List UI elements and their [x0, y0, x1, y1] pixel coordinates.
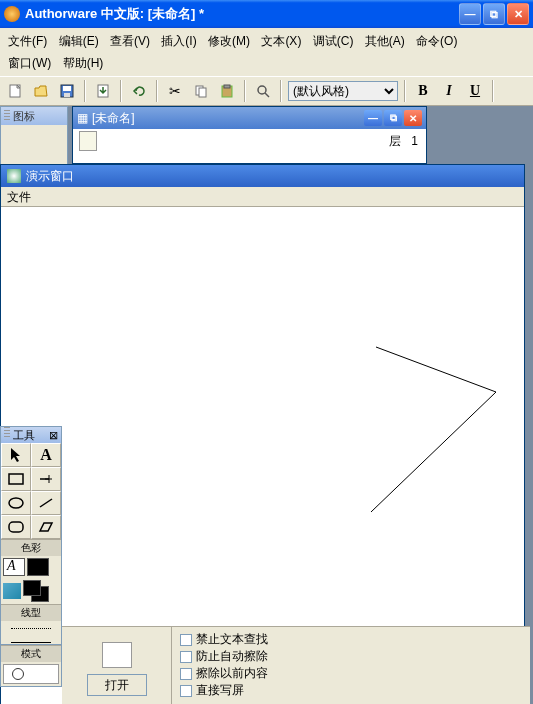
icon-palette-title[interactable]: 图标 [1, 107, 67, 125]
menu-text[interactable]: 文本(X) [257, 30, 305, 52]
text-tool[interactable]: A [31, 443, 61, 467]
tools-close-icon[interactable]: ⊠ [49, 429, 58, 442]
checkbox[interactable] [180, 651, 192, 663]
menu-edit[interactable]: 编辑(E) [55, 30, 103, 52]
presentation-title-text: 演示窗口 [26, 168, 74, 185]
maximize-button[interactable]: ⧉ [483, 3, 505, 25]
svg-line-18 [40, 499, 52, 507]
open-icon[interactable] [30, 80, 52, 102]
open-button[interactable]: 打开 [87, 674, 147, 696]
properties-options: 禁止文本查找 防止自动擦除 擦除以前内容 直接写屏 [172, 627, 276, 704]
line-style-dotted[interactable] [1, 621, 61, 635]
new-file-icon[interactable] [4, 80, 26, 102]
design-window: ▦ [未命名] — ⧉ ✕ 层 1 [72, 106, 427, 164]
mode-swatch[interactable] [3, 664, 59, 684]
checkbox[interactable] [180, 685, 192, 697]
svg-rect-3 [64, 93, 70, 97]
svg-rect-8 [224, 85, 230, 88]
minimize-button[interactable]: — [459, 3, 481, 25]
presentation-menubar: 文件 [1, 187, 524, 207]
tools-titlebar[interactable]: 工具 ⊠ [1, 427, 61, 443]
drawing-content [1, 207, 524, 687]
layer-indicator: 层 1 [389, 133, 418, 150]
flowline-display-icon[interactable] [79, 131, 97, 151]
underline-button[interactable]: U [464, 80, 486, 102]
checkbox[interactable] [180, 634, 192, 646]
toolbar: ✂ (默认风格) B I U [0, 76, 533, 106]
close-button[interactable]: ✕ [507, 3, 529, 25]
icon-palette-window[interactable]: 图标 [0, 106, 68, 166]
presentation-titlebar[interactable]: 演示窗口 [1, 165, 524, 187]
paste-icon[interactable] [216, 80, 238, 102]
text-color-swatch[interactable] [3, 558, 25, 576]
svg-rect-6 [199, 88, 206, 97]
diagonal-line-tool[interactable] [31, 491, 61, 515]
italic-button[interactable]: I [438, 80, 460, 102]
menu-file[interactable]: 文件(F) [4, 30, 51, 52]
style-select[interactable]: (默认风格) [288, 81, 398, 101]
presentation-icon [7, 169, 21, 183]
menu-modify[interactable]: 修改(M) [204, 30, 254, 52]
line-section-label: 线型 [1, 604, 61, 621]
presentation-menu-file[interactable]: 文件 [7, 190, 31, 204]
copy-icon[interactable] [190, 80, 212, 102]
window-controls: — ⧉ ✕ [459, 3, 529, 25]
check-row-0: 禁止文本查找 [180, 631, 268, 648]
layer-label: 层 [389, 134, 401, 148]
undo-icon[interactable] [128, 80, 150, 102]
design-close-button[interactable]: ✕ [404, 110, 422, 126]
pointer-tool[interactable] [1, 443, 31, 467]
window-title: Authorware 中文版: [未命名] * [25, 5, 459, 23]
presentation-window: 演示窗口 文件 [0, 164, 525, 704]
menu-debug[interactable]: 调试(C) [309, 30, 358, 52]
line-tool[interactable] [31, 467, 61, 491]
workspace: 图标 ▦ [未命名] — ⧉ ✕ 层 1 演示窗口 [0, 106, 533, 704]
icon-palette-label: 图标 [13, 109, 35, 124]
separator-icon [156, 80, 158, 102]
ellipse-tool[interactable] [1, 491, 31, 515]
svg-line-10 [265, 93, 269, 97]
rounded-rect-tool[interactable] [1, 515, 31, 539]
properties-panel: 打开 禁止文本查找 防止自动擦除 擦除以前内容 直接写屏 [62, 626, 530, 704]
grip-icon [4, 110, 10, 122]
design-window-icon: ▦ [77, 111, 88, 125]
fill-color-row [1, 578, 61, 604]
tools-palette[interactable]: 工具 ⊠ A 色彩 线型 [0, 426, 62, 650]
grip-icon [4, 427, 10, 439]
separator-icon [120, 80, 122, 102]
menu-command[interactable]: 命令(O) [412, 30, 461, 52]
design-titlebar[interactable]: ▦ [未命名] — ⧉ ✕ [73, 107, 426, 129]
layer-value: 1 [411, 134, 418, 148]
tool-grid: A [1, 443, 61, 539]
line-color-swatch[interactable] [27, 558, 49, 576]
rectangle-tool[interactable] [1, 467, 31, 491]
import-icon[interactable] [92, 80, 114, 102]
menu-window[interactable]: 窗口(W) [4, 52, 55, 74]
save-icon[interactable] [56, 80, 78, 102]
find-icon[interactable] [252, 80, 274, 102]
polygon-tool[interactable] [31, 515, 61, 539]
menu-other[interactable]: 其他(A) [361, 30, 409, 52]
mode-palette[interactable]: 模式 [0, 644, 62, 687]
design-minimize-button[interactable]: — [364, 110, 382, 126]
canvas[interactable] [1, 207, 524, 687]
menu-help[interactable]: 帮助(H) [59, 52, 108, 74]
menu-view[interactable]: 查看(V) [106, 30, 154, 52]
design-body[interactable]: 层 1 [73, 129, 426, 163]
svg-rect-2 [63, 86, 71, 91]
checkbox[interactable] [180, 668, 192, 680]
svg-point-17 [9, 498, 23, 508]
fg-color-swatch[interactable] [23, 580, 41, 596]
fg-bg-swatch[interactable] [23, 580, 49, 602]
check-label: 禁止文本查找 [196, 631, 268, 648]
tools-title-text: 工具 [13, 429, 35, 441]
cut-icon[interactable]: ✂ [164, 80, 186, 102]
check-row-2: 擦除以前内容 [180, 665, 268, 682]
preview-thumbnail [102, 642, 132, 668]
menu-insert[interactable]: 插入(I) [157, 30, 200, 52]
bold-button[interactable]: B [412, 80, 434, 102]
mode-section-label: 模式 [1, 645, 61, 662]
separator-icon [280, 80, 282, 102]
paint-bucket-icon[interactable] [3, 583, 21, 599]
design-maximize-button[interactable]: ⧉ [384, 110, 402, 126]
